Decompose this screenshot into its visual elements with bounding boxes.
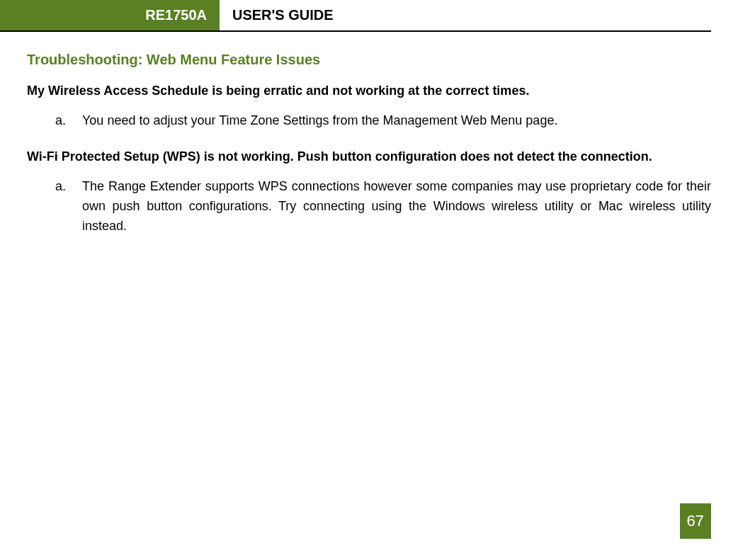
list-marker: a. <box>55 111 82 131</box>
list-text: You need to adjust your Time Zone Settin… <box>82 111 711 131</box>
list-item: a. You need to adjust your Time Zone Set… <box>27 111 711 131</box>
header-title: USER'S GUIDE <box>220 0 711 30</box>
page-header: RE1750A USER'S GUIDE <box>0 0 711 32</box>
list-text: The Range Extender supports WPS connecti… <box>82 177 711 236</box>
page-content: Troubleshooting: Web Menu Feature Issues… <box>0 32 738 236</box>
issue-heading: Wi-Fi Protected Setup (WPS) is not worki… <box>27 149 711 164</box>
issue-list: a. You need to adjust your Time Zone Set… <box>27 111 711 131</box>
list-marker: a. <box>55 177 82 236</box>
list-item: a. The Range Extender supports WPS conne… <box>27 177 711 236</box>
section-title: Troubleshooting: Web Menu Feature Issues <box>27 52 711 68</box>
page-number: 67 <box>680 503 711 539</box>
issue-heading: My Wireless Access Schedule is being err… <box>27 84 711 98</box>
issue-list: a. The Range Extender supports WPS conne… <box>27 177 711 236</box>
header-model: RE1750A <box>0 0 220 30</box>
